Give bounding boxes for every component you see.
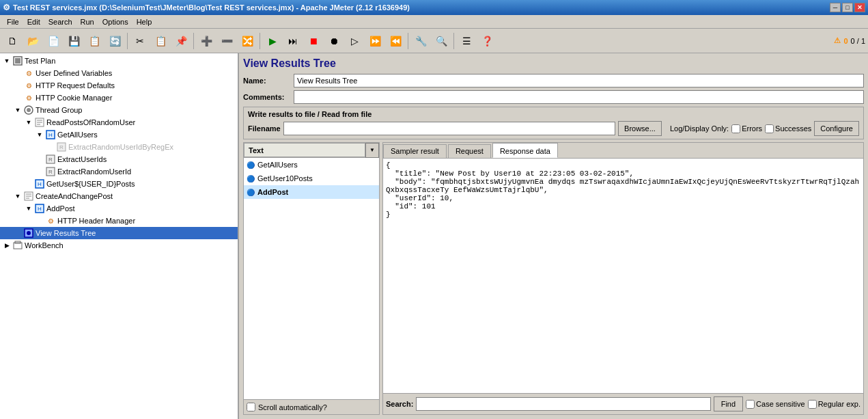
toggle-create-change[interactable]: ▼ xyxy=(12,191,23,202)
tree-item-read-posts[interactable]: ▼ ReadPostsOfRandomUser xyxy=(0,116,238,129)
toggle-get-all[interactable]: ▼ xyxy=(34,129,45,140)
tree-item-get-user-posts[interactable]: H GetUser${USER_ID}Posts xyxy=(0,178,238,190)
name-label: Name: xyxy=(243,77,291,85)
tree-item-add-post[interactable]: ▼ H AddPost xyxy=(0,202,238,215)
expand-button[interactable]: ➕ xyxy=(197,31,216,51)
copy-button[interactable]: 📋 xyxy=(151,31,170,51)
successes-checkbox[interactable] xyxy=(765,124,774,133)
revert-button[interactable]: 🔄 xyxy=(105,31,124,51)
label-test-plan: Test Plan xyxy=(25,57,55,65)
case-sensitive-label[interactable]: Case sensitive xyxy=(746,400,805,409)
menu-run[interactable]: Run xyxy=(76,16,98,27)
start-button[interactable]: ▶ xyxy=(263,31,282,51)
tree-item-http-defaults[interactable]: ⚙ HTTP Request Defaults xyxy=(0,79,238,92)
close-button-tb[interactable]: 📄 xyxy=(44,31,63,51)
result-content: { "title": "New Post by User10 at 22:23:… xyxy=(383,159,863,393)
list-label-add-post: AddPost xyxy=(257,188,288,196)
tree-item-thread-group[interactable]: ▼ Thread Group xyxy=(0,104,238,116)
tree-item-http-header[interactable]: ⚙ HTTP Header Manager xyxy=(0,215,238,227)
menu-file[interactable]: File xyxy=(3,16,23,27)
case-sensitive-checkbox[interactable] xyxy=(746,400,755,409)
menu-edit[interactable]: Edit xyxy=(23,16,44,27)
tree-item-user-vars[interactable]: ⚙ User Defined Variables xyxy=(0,67,238,79)
list-item-get-all-users[interactable]: 🔵 GetAllUsers xyxy=(244,158,379,172)
list-item-get-user10[interactable]: 🔵 GetUser10Posts xyxy=(244,172,379,185)
regular-exp-checkbox[interactable] xyxy=(808,400,817,409)
icon-create-change xyxy=(23,191,34,202)
find-button[interactable]: Find xyxy=(714,396,743,411)
toggle-thread-group[interactable]: ▼ xyxy=(12,105,23,116)
label-http-cookie: HTTP Cookie Manager xyxy=(36,94,112,102)
paste-button[interactable]: 📌 xyxy=(171,31,191,51)
start-no-pause-button[interactable]: ⏭ xyxy=(283,31,303,51)
tree-item-http-cookie[interactable]: ⚙ HTTP Cookie Manager xyxy=(0,92,238,104)
toggle-button[interactable]: 🔀 xyxy=(238,31,257,51)
toggle-read-posts[interactable]: ▼ xyxy=(23,117,34,128)
name-input[interactable] xyxy=(294,74,864,87)
toggle-test-plan[interactable]: ▼ xyxy=(1,55,12,66)
tree-item-test-plan[interactable]: ▼ Test Plan xyxy=(0,55,238,67)
close-button[interactable]: ✕ xyxy=(854,3,865,12)
toggle-workbench[interactable]: ▶ xyxy=(1,240,12,251)
list-label-get-all: GetAllUsers xyxy=(257,161,298,169)
icon-user-vars: ⚙ xyxy=(23,68,34,79)
list-button[interactable]: ☰ xyxy=(457,31,476,51)
menu-search[interactable]: Search xyxy=(44,16,76,27)
new-button[interactable]: 🗋 xyxy=(3,31,22,51)
filename-input[interactable] xyxy=(283,122,615,135)
toggle-add-post[interactable]: ▼ xyxy=(23,203,34,214)
collapse-button[interactable]: ➖ xyxy=(217,31,236,51)
toggle-spacer xyxy=(12,68,23,79)
menu-help[interactable]: Help xyxy=(132,16,156,27)
svg-text:R: R xyxy=(48,169,53,175)
list-item-add-post[interactable]: 🔵 AddPost xyxy=(244,185,379,199)
cut-button[interactable]: ✂ xyxy=(130,31,150,51)
help-button[interactable]: ❓ xyxy=(477,31,496,51)
errors-checkbox-label[interactable]: Errors xyxy=(731,124,762,133)
tree-item-extract-random[interactable]: R ExtractRandomUserId xyxy=(0,165,238,178)
maximize-button[interactable]: □ xyxy=(842,3,853,12)
save-all-button[interactable]: 📋 xyxy=(85,31,104,51)
remote-start-button[interactable]: ▷ xyxy=(345,31,364,51)
main-layout: ▼ Test Plan ⚙ User Defined Variables ⚙ H… xyxy=(0,53,868,419)
stop-button[interactable]: ⏹ xyxy=(304,31,323,51)
scroll-auto-checkbox[interactable] xyxy=(247,403,255,411)
tab-response-data[interactable]: Response data xyxy=(492,143,558,158)
errors-checkbox[interactable] xyxy=(731,124,740,133)
regular-exp-label[interactable]: Regular exp. xyxy=(808,400,860,409)
tree-item-create-change[interactable]: ▼ CreateAndChangePost xyxy=(0,190,238,202)
remote-stop-button[interactable]: ⏪ xyxy=(386,31,405,51)
vrt-panel: View Results Tree Name: Comments: Write … xyxy=(243,57,864,415)
comments-input[interactable] xyxy=(294,90,864,104)
browse-button[interactable]: Browse... xyxy=(618,121,662,136)
menu-options[interactable]: Options xyxy=(98,16,132,27)
search-input[interactable] xyxy=(416,397,710,411)
tab-request[interactable]: Request xyxy=(448,144,491,158)
tree-item-workbench[interactable]: ▶ WorkBench xyxy=(0,239,238,252)
clear-button[interactable]: 🔍 xyxy=(432,31,451,51)
label-workbench: WorkBench xyxy=(25,241,64,249)
tree-panel: ▼ Test Plan ⚙ User Defined Variables ⚙ H… xyxy=(0,53,239,419)
remote-start-all-button[interactable]: ⏩ xyxy=(365,31,384,51)
filename-label: Filename xyxy=(248,124,281,133)
tree-item-view-results[interactable]: View Results Tree xyxy=(0,227,238,239)
tree-item-extract-userids[interactable]: R ExtractUserIds xyxy=(0,153,238,165)
list-dropdown-button[interactable]: ▼ xyxy=(365,143,379,158)
tab-sampler-result[interactable]: Sampler result xyxy=(383,144,447,158)
label-create-change: CreateAndChangePost xyxy=(36,192,113,200)
configure-button[interactable]: Configure xyxy=(814,121,859,136)
save-button[interactable]: 💾 xyxy=(64,31,83,51)
open-button[interactable]: 📂 xyxy=(23,31,42,51)
label-get-user-posts: GetUser${USER_ID}Posts xyxy=(46,180,135,188)
function-helper-button[interactable]: 🔧 xyxy=(411,31,430,51)
warning-count: 0 xyxy=(843,37,848,45)
successes-checkbox-label[interactable]: Successes xyxy=(765,124,811,133)
regular-exp-text: Regular exp. xyxy=(818,400,860,408)
icon-workbench xyxy=(12,240,23,251)
minimize-button[interactable]: ─ xyxy=(830,3,841,12)
tree-item-get-all-users[interactable]: ▼ H GetAllUsers xyxy=(0,129,238,141)
tree-item-extract-reg[interactable]: R ExtractRandomUserIdByRegEx xyxy=(0,141,238,153)
shutdown-button[interactable]: ⏺ xyxy=(324,31,344,51)
label-extract-reg: ExtractRandomUserIdByRegEx xyxy=(68,143,173,151)
icon-http-header: ⚙ xyxy=(45,215,56,226)
